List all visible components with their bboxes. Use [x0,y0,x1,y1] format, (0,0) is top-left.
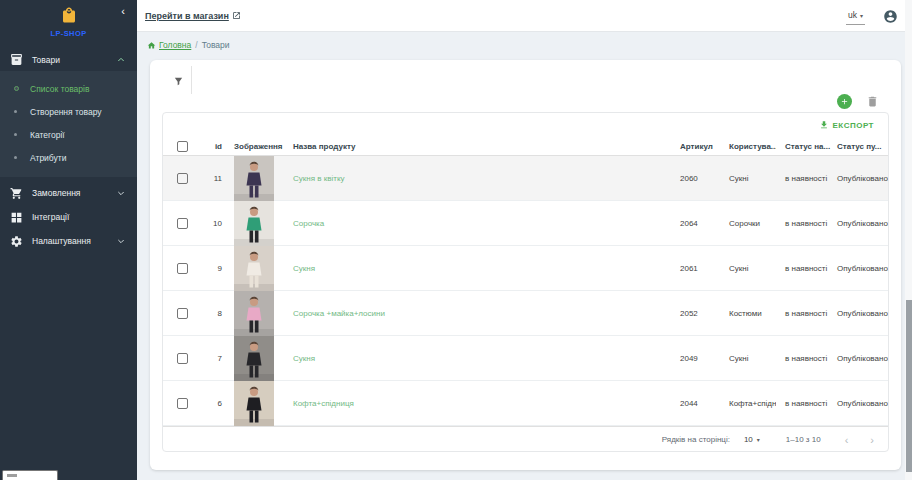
row-pub: Опубліковано [828,309,888,318]
logo[interactable]: LP-SHOP [0,6,137,38]
brand-name: LP-SHOP [0,29,137,38]
row-category: Сорочки [719,219,776,228]
row-stock: в наявності [776,174,828,183]
table-row[interactable]: 11 Сукня в квітку 2060 Сукні в наявності… [163,156,888,201]
sidebar-item-label: Замовлення [32,188,80,198]
table-header-row: id Зображення Назва продукту Артикул Кор… [163,137,888,156]
row-id: 9 [201,264,226,273]
sidebar-item-create-product[interactable]: Створення товару [0,100,137,123]
admin-app: LP-SHOP ‹ Товари Список товарів Створенн… [0,0,912,480]
bottom-left-popup [2,470,58,480]
filter-funnel-icon [173,76,184,87]
table-row[interactable]: 7 Сукня 2049 Сукні в наявності Опубліков… [163,336,888,381]
col-publish-status[interactable]: Статус пу... [828,142,888,151]
export-label: ЕКСПОРТ [833,121,874,130]
row-checkbox[interactable] [177,173,188,184]
breadcrumb-separator: / [195,40,197,50]
products-submenu: Список товарів Створення товару Категорі… [0,71,137,177]
sidebar-item-product-list[interactable]: Список товарів [0,77,137,100]
export-button[interactable]: ЕКСПОРТ [819,120,874,130]
row-category: Сукні [719,354,776,363]
row-checkbox[interactable] [177,353,188,364]
row-checkbox[interactable] [177,308,188,319]
table-actions [837,94,879,109]
product-link[interactable]: Кофта+спідниця [286,399,671,408]
sidebar-item-attributes[interactable]: Атрибути [0,146,137,169]
product-thumbnail [234,336,274,381]
rows-per-page-select[interactable]: 10▾ [744,435,760,444]
col-category[interactable]: Користува... [719,142,776,151]
row-stock: в наявності [776,309,828,318]
caret-down-icon: ▾ [757,436,760,443]
chevron-down-icon [117,189,125,197]
row-id: 11 [201,174,226,183]
language-value: uk [848,10,857,20]
account-icon[interactable] [883,9,898,24]
product-link[interactable]: Сукня [286,354,671,363]
main-area: Перейти в магазин uk▾ Головна / Товари [137,0,912,480]
add-product-button[interactable] [837,94,852,109]
scrollbar-thumb[interactable] [906,300,912,472]
sidebar-item-label: Налаштування [32,236,91,246]
sidebar-item-orders[interactable]: Замовлення [0,181,137,205]
sidebar-item-integrations[interactable]: Інтеграції [0,205,137,229]
sidebar-item-products[interactable]: Товари [0,48,137,71]
col-id[interactable]: id [201,142,226,151]
product-link[interactable]: Сорочка [286,219,671,228]
row-stock: в наявності [776,264,828,273]
product-thumbnail [234,156,274,201]
row-checkbox[interactable] [177,398,188,409]
table-row[interactable]: 10 Сорочка 2064 Сорочки в наявності Опуб… [163,201,888,246]
breadcrumb: Головна / Товари [137,32,230,58]
col-image: Зображення [226,142,286,151]
prev-page-button[interactable]: ‹ [845,435,849,445]
row-category: Сукні [719,174,776,183]
table-row[interactable]: 9 Сукня 2061 Сукні в наявності Опубліков… [163,246,888,291]
row-id: 8 [201,309,226,318]
trash-icon[interactable] [866,95,879,108]
rows-per-page-label: Рядків на сторінці: [662,435,730,444]
language-select[interactable]: uk▾ [846,8,865,25]
row-pub: Опубліковано [828,264,888,273]
product-link[interactable]: Сорочка +майка+лосини [286,309,671,318]
breadcrumb-home-link[interactable]: Головна [147,40,191,50]
select-all-checkbox[interactable] [177,141,188,152]
scrollbar-track[interactable] [905,0,912,480]
next-page-button[interactable]: › [870,435,874,445]
col-stock-status[interactable]: Статус на... [776,142,828,151]
sidebar-item-label: Категорії [30,130,65,140]
plus-icon [840,97,849,106]
products-panel: ЕКСПОРТ id Зображення Назва продукту Арт… [150,60,901,470]
row-sku: 2064 [671,219,719,228]
rows-per-page-value: 10 [744,435,753,444]
external-link-icon [232,11,241,20]
products-table: ЕКСПОРТ id Зображення Назва продукту Арт… [162,112,889,452]
row-sku: 2061 [671,264,719,273]
row-checkbox[interactable] [177,218,188,229]
product-thumbnail [234,246,274,291]
table-row[interactable]: 8 Сорочка +майка+лосини 2052 Костюми в н… [163,291,888,336]
product-link[interactable]: Сукня в квітку [286,174,671,183]
product-link[interactable]: Сукня [286,264,671,273]
row-pub: Опубліковано [828,399,888,408]
topbar-right: uk▾ [846,0,898,32]
row-sku: 2052 [671,309,719,318]
table-row[interactable]: 6 Кофта+спідниця 2044 Кофта+спідниці в н… [163,381,888,426]
sidebar-item-settings[interactable]: Налаштування [0,229,137,253]
col-sku[interactable]: Артикул [671,142,719,151]
sidebar-collapse-icon[interactable]: ‹ [121,4,125,18]
go-to-shop-link[interactable]: Перейти в магазин [145,11,241,21]
sidebar-item-label: Товари [32,55,60,65]
col-name[interactable]: Назва продукту [286,142,671,151]
row-id: 10 [201,219,226,228]
row-category: Кофта+спідниці [719,399,776,408]
breadcrumb-home-label: Головна [159,40,191,50]
sidebar-item-categories[interactable]: Категорії [0,123,137,146]
filter-button[interactable] [167,70,189,92]
row-checkbox[interactable] [177,263,188,274]
divider [191,66,192,94]
sidebar-item-label: Створення товару [30,107,102,117]
shopping-bag-logo-icon [60,6,78,24]
row-category: Костюми [719,309,776,318]
row-stock: в наявності [776,399,828,408]
